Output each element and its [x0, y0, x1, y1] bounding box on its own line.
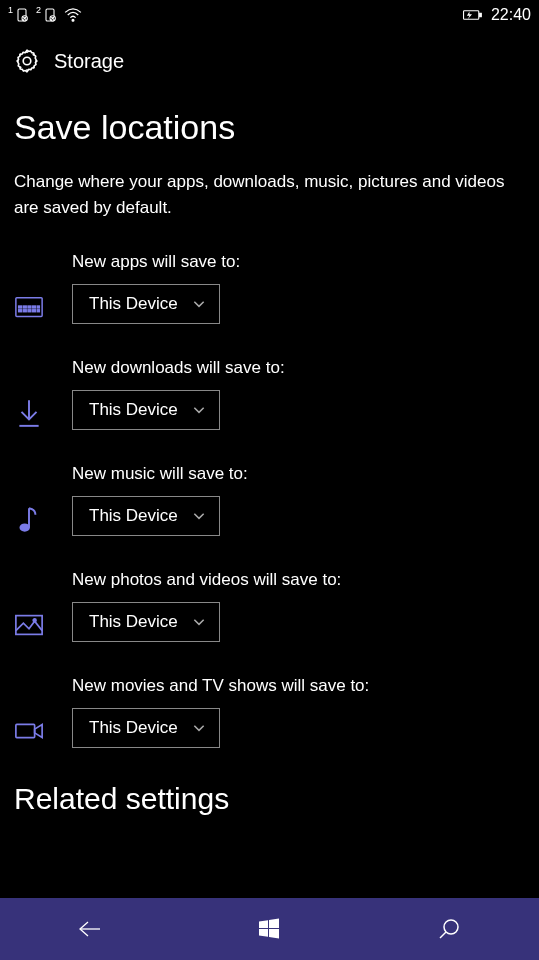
svg-marker-11	[467, 12, 472, 20]
music-dropdown-value: This Device	[89, 506, 178, 526]
svg-line-33	[440, 932, 446, 938]
svg-rect-23	[37, 306, 39, 308]
svg-rect-21	[28, 306, 31, 308]
sim1-label: 1	[8, 5, 13, 15]
apps-icon	[14, 292, 44, 322]
svg-point-26	[20, 524, 29, 530]
start-button[interactable]	[239, 909, 299, 949]
setting-music: New music will save to: This Device	[14, 464, 525, 536]
content: Save locations Change where your apps, d…	[0, 92, 539, 816]
status-left: 1 2	[8, 7, 82, 23]
gear-icon	[14, 48, 40, 74]
apps-dropdown-value: This Device	[89, 294, 178, 314]
music-label: New music will save to:	[72, 464, 525, 484]
windows-icon	[257, 917, 281, 941]
sim2-icon: 2	[36, 7, 58, 23]
status-bar: 1 2 22:40	[0, 0, 539, 30]
app-title: Storage	[54, 50, 124, 73]
svg-rect-15	[23, 310, 26, 312]
downloads-dropdown[interactable]: This Device	[72, 390, 220, 430]
svg-rect-22	[33, 306, 36, 308]
movies-label: New movies and TV shows will save to:	[72, 676, 525, 696]
music-icon	[14, 504, 44, 534]
chevron-down-icon	[192, 721, 206, 735]
search-button[interactable]	[419, 909, 479, 949]
page-subtitle: Change where your apps, downloads, music…	[14, 169, 525, 220]
nav-bar	[0, 898, 539, 960]
svg-rect-10	[480, 13, 482, 16]
back-button[interactable]	[60, 909, 120, 949]
page-title: Save locations	[14, 108, 525, 147]
chevron-down-icon	[192, 615, 206, 629]
svg-rect-19	[19, 306, 22, 308]
svg-point-32	[444, 920, 458, 934]
svg-rect-30	[16, 724, 35, 737]
setting-apps: New apps will save to: This Device	[14, 252, 525, 324]
download-icon	[14, 398, 44, 428]
music-dropdown[interactable]: This Device	[72, 496, 220, 536]
chevron-down-icon	[192, 403, 206, 417]
setting-photos: New photos and videos will save to: This…	[14, 570, 525, 642]
svg-rect-16	[28, 310, 31, 312]
sim2-label: 2	[36, 5, 41, 15]
photos-icon	[14, 610, 44, 640]
photos-label: New photos and videos will save to:	[72, 570, 525, 590]
photos-dropdown-value: This Device	[89, 612, 178, 632]
svg-rect-14	[19, 310, 22, 312]
svg-rect-20	[23, 306, 26, 308]
svg-rect-17	[33, 310, 36, 312]
wifi-icon	[64, 8, 82, 22]
svg-point-29	[33, 619, 36, 622]
chevron-down-icon	[192, 297, 206, 311]
movies-dropdown[interactable]: This Device	[72, 708, 220, 748]
setting-movies: New movies and TV shows will save to: Th…	[14, 676, 525, 748]
back-icon	[76, 918, 104, 940]
apps-label: New apps will save to:	[72, 252, 525, 272]
chevron-down-icon	[192, 509, 206, 523]
related-settings-heading: Related settings	[14, 782, 525, 816]
movies-dropdown-value: This Device	[89, 718, 178, 738]
sim1-icon: 1	[8, 7, 30, 23]
app-header: Storage	[0, 30, 539, 92]
downloads-dropdown-value: This Device	[89, 400, 178, 420]
downloads-label: New downloads will save to:	[72, 358, 525, 378]
svg-rect-18	[37, 310, 39, 312]
setting-downloads: New downloads will save to: This Device	[14, 358, 525, 430]
svg-point-8	[72, 19, 74, 21]
search-icon	[437, 917, 461, 941]
photos-dropdown[interactable]: This Device	[72, 602, 220, 642]
battery-icon	[461, 8, 483, 22]
status-right: 22:40	[461, 6, 531, 24]
video-icon	[14, 716, 44, 746]
apps-dropdown[interactable]: This Device	[72, 284, 220, 324]
svg-point-12	[23, 57, 31, 65]
time: 22:40	[491, 6, 531, 24]
